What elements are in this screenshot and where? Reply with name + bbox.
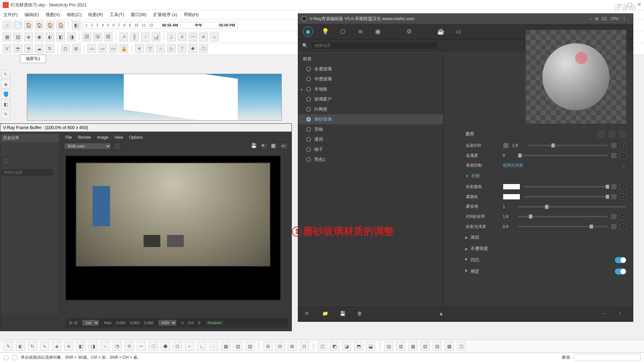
menu-edit[interactable]: 编辑(E) [24,12,39,18]
sketchup-viewport[interactable] [27,74,282,121]
ior-chk[interactable]: ✓ [620,143,626,148]
material-list[interactable]: 材质 全透玻璃半透玻璃▸木地板玻璃窗户白陶瓷磨砂玻璃茶镜通用镜子黑色2 [298,54,443,305]
refr-ior-value[interactable]: 1.6 [503,214,515,219]
component-icon[interactable]: ◈ [1,80,10,88]
gloss-slider[interactable] [518,226,607,227]
tab-textures[interactable]: ▣ [373,26,383,37]
gloss-value[interactable]: 0.8 [503,224,515,229]
cloud-icon[interactable]: ☁ [35,44,44,53]
bt-27[interactable]: ◩ [330,342,339,351]
tb2-18[interactable]: ✕ [199,33,208,41]
house3-icon[interactable]: 🏠 [46,21,54,29]
sun-icon[interactable]: ☀ [135,44,144,53]
bt-36[interactable]: ▩ [445,342,453,351]
refr-ior-chk[interactable]: ✓ [620,214,626,219]
bt-8[interactable]: ◨ [89,342,97,351]
section-opacity[interactable]: ▶不透明度 [465,243,627,254]
refr-ior-tex[interactable] [611,214,617,220]
vfb-mode-select[interactable]: HSV [158,319,177,326]
vfb-grid-select[interactable]: 1x1 [82,319,99,326]
tb2-5[interactable]: ◐ [46,33,54,41]
menu-ext[interactable]: 扩展程序 (x) [153,12,177,18]
folder-icon[interactable]: 📁 [322,311,330,318]
bt-23[interactable]: ⊟ [276,342,284,351]
refr-chk[interactable]: ✓ [620,184,626,189]
cube-icon[interactable]: ◧ [72,21,80,29]
vfb-delete-icon[interactable]: ✕ [261,142,268,150]
row-surface[interactable]: 表面控制 使用光泽度 ⌄ [465,161,627,170]
tb3-6[interactable]: ⊡ [61,44,70,53]
tb3-9[interactable]: ▭ [98,44,107,53]
ior-swatch[interactable] [503,142,509,148]
material-preview[interactable] [526,30,626,124]
paint-icon[interactable]: 🪣 [1,90,10,99]
bt-25[interactable]: ⊡ [300,342,309,351]
metal-slider[interactable] [518,155,607,156]
menu-camera[interactable]: 相机(C) [67,12,82,18]
bt-2[interactable]: ◐ [16,342,25,351]
house4-icon[interactable]: 🏠 [56,21,65,29]
refr-color-slider[interactable] [524,186,607,187]
material-item[interactable]: 半透玻璃 [298,74,443,84]
tab-materials[interactable]: ◉ [303,26,313,37]
material-item[interactable]: 白陶瓷 [298,104,443,114]
material-item[interactable]: 全透玻璃 [298,64,443,74]
menu-dots-icon[interactable]: ⋮ [622,16,626,21]
tab-render-icon[interactable]: ☕ [436,26,446,37]
menu-draw[interactable]: 绘图(R) [88,12,103,18]
material-item[interactable]: 磨砂玻璃 [298,114,443,124]
section-bump[interactable]: ▶凹凸 [465,254,627,266]
material-item[interactable]: 玻璃窗户 [298,94,443,104]
ies-light-icon[interactable]: ⊤ [178,44,186,53]
mesh-light-icon[interactable]: ⬡ [199,44,208,53]
home-icon[interactable]: ⌂ [3,21,11,29]
gloss-tex[interactable] [611,224,617,230]
material-item[interactable]: 茶镜 [298,124,443,134]
bt-13[interactable]: ⬡ [149,342,158,351]
gloss-chk[interactable]: ✓ [620,224,626,229]
menu-tools[interactable]: 工具(T) [110,12,124,18]
bt-37[interactable]: ◫ [457,342,466,351]
bt-33[interactable]: ▦ [409,342,417,351]
bump-toggle[interactable] [615,257,626,263]
vfb-render-view[interactable] [66,156,280,300]
refr-color-swatch[interactable] [503,184,520,190]
vfb-menu[interactable]: File Render Image View Options [61,134,291,141]
vfb-history-head[interactable]: 历史记录 [0,134,59,142]
material-item[interactable]: 镜子 [298,144,443,155]
tb3-10[interactable]: ▭ [109,44,117,53]
rect-light-icon[interactable]: ▽ [146,44,154,53]
tb2-17[interactable]: 〰 [189,33,197,41]
bt-5[interactable]: ◈ [52,342,61,351]
bt-17[interactable]: ∟ [197,342,206,351]
ior-value[interactable]: 1.6 [512,143,524,148]
tb2-10[interactable]: 模 [104,33,113,41]
vfb-menu-file[interactable]: File [65,135,72,140]
tab-frame-icon[interactable]: ▭ [453,26,463,37]
fog-tex[interactable] [611,194,617,200]
bt-10[interactable]: ◔ [113,342,121,351]
up-icon[interactable]: ↑ [619,311,626,318]
tab-geometry[interactable]: ⬡ [338,26,348,37]
section-coat[interactable]: ▶涂层 [465,232,627,243]
refr-tex[interactable] [611,184,617,190]
ior-tex[interactable] [611,142,617,148]
bind-toggle[interactable] [615,268,626,275]
ph-t3[interactable] [619,130,626,138]
bt-19[interactable]: ▦ [221,342,230,351]
section-refraction[interactable]: ▼折射 [465,170,627,182]
bt-4[interactable]: ∿ [40,342,49,351]
vfb-region-icon[interactable]: ▭ [281,142,288,150]
fog-mult-value[interactable]: 1 [503,204,515,209]
sphere-light-icon[interactable]: ○ [156,44,165,53]
bt-11[interactable]: ⟲ [125,342,133,351]
region-render-icon[interactable]: ◔ [595,16,598,21]
fog-chk[interactable]: ✓ [620,194,626,199]
vfb-menu-render[interactable]: Render [78,135,91,140]
tb2-16[interactable]: ≡ [178,33,186,41]
bt-31[interactable]: ▤ [384,342,393,351]
save2-icon[interactable]: 💾 [340,311,347,318]
tb2-14[interactable]: 📊 [152,33,160,41]
bt-3[interactable]: ↻ [28,342,37,351]
metal-value[interactable]: 0 [503,153,515,158]
